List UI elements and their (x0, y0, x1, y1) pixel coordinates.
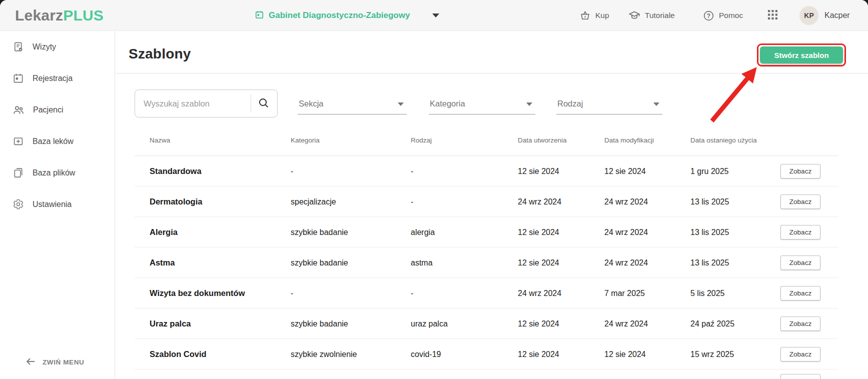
category-cell: szybkie zwolnienie (291, 339, 357, 370)
template-name-cell: Uraz palca (150, 308, 191, 339)
type-cell: uraz palca (411, 308, 448, 339)
app-logo: LekarzPLUS (15, 0, 104, 31)
template-name-cell: Alergia (150, 217, 178, 248)
user-menu[interactable]: KP Kacper (799, 0, 850, 31)
apps-grid-button[interactable] (767, 0, 778, 31)
column-header-data-ostatniego-uzycia: Data ostaniego użycia (690, 136, 757, 144)
template-name-cell: Astma (150, 248, 175, 278)
chevron-down-icon (653, 102, 659, 106)
office-selector-label: Gabinet Diagnostyczno-Zabiegowy (269, 10, 410, 20)
patients-icon (13, 104, 25, 116)
sidebar-item-label: Baza leków (33, 137, 74, 146)
collapse-menu-button[interactable]: ZWIŃ MENU (25, 356, 84, 368)
tutorials-button[interactable]: Tutoriale (628, 0, 675, 31)
modified-date-cell: 24 wrz 2024 (604, 248, 648, 278)
created-date-cell: 12 sie 2024 (518, 217, 559, 248)
table-header: Nazwa Kategoria Rodzaj Data utworzenia D… (135, 135, 838, 147)
type-cell: - (411, 156, 413, 186)
type-cell: - (411, 278, 413, 308)
created-date-cell: 12 sie 2024 (518, 248, 559, 278)
template-search (135, 90, 278, 118)
table-row: Alergiaszybkie badaniealergia12 sie 2024… (135, 217, 838, 248)
filter-sekcja[interactable]: Sekcja (298, 95, 407, 114)
search-button[interactable] (250, 90, 277, 117)
column-header-rodzaj: Rodzaj (411, 136, 432, 144)
template-name-cell: Szablon Covid (150, 339, 207, 370)
type-cell: - (411, 186, 413, 217)
tutorials-button-label: Tutoriale (645, 11, 675, 20)
apps-grid-icon (767, 10, 778, 22)
create-template-button[interactable]: Stwórz szablon (760, 46, 843, 64)
view-button[interactable]: Zobacz (780, 286, 820, 300)
category-cell: - (291, 156, 293, 186)
search-icon (258, 97, 270, 110)
sidebar-item-ustawienia[interactable]: Ustawienia (0, 188, 115, 220)
annotation-highlight-box: Stwórz szablon (757, 44, 846, 66)
page-title: Szablony (129, 45, 191, 63)
column-header-nazwa: Nazwa (150, 136, 170, 144)
collapse-menu-label: ZWIŃ MENU (43, 358, 84, 366)
last-used-date-cell: 13 lis 2025 (690, 217, 729, 248)
annotation-arrow (699, 60, 769, 128)
templates-table-body: Standardowa--12 sie 202412 sie 20241 gru… (135, 156, 838, 379)
user-name: Kacper (824, 11, 850, 20)
chevron-down-icon (526, 102, 532, 106)
view-button[interactable]: Zobacz (780, 347, 820, 362)
view-button[interactable]: Zobacz (780, 194, 820, 209)
view-button[interactable]: Zobacz (780, 374, 820, 379)
files-icon (13, 167, 24, 178)
table-row: Dermatologiaspecjalizacje-24 wrz 202424 … (135, 186, 838, 217)
avatar: KP (799, 6, 818, 25)
graduation-cap-icon (628, 10, 640, 22)
sidebar-item-rejestracja[interactable]: Rejestracja (0, 62, 115, 94)
created-date-cell: 12 sie 2024 (518, 339, 559, 370)
column-header-data-utworzenia: Data utworzenia (518, 136, 567, 144)
sidebar-item-baza-plikow[interactable]: Baza plików (0, 157, 115, 188)
sidebar-item-wizyty[interactable]: Wizyty (0, 31, 115, 62)
category-cell: szybkie badanie (291, 217, 348, 248)
filter-rodzaj-label: Rodzaj (557, 99, 583, 108)
filter-rodzaj[interactable]: Rodzaj (556, 95, 662, 114)
last-used-date-cell: 1 gru 2025 (690, 156, 729, 186)
view-button[interactable]: Zobacz (780, 164, 820, 178)
sidebar-item-label: Rejestracja (33, 74, 73, 83)
created-date-cell: 12 sie 2024 (518, 308, 559, 339)
template-name-cell: Dermatologia (150, 186, 202, 217)
logo-text-gray: Lekarz (15, 7, 63, 24)
modified-date-cell: 12 sie 2024 (604, 156, 646, 186)
category-cell: szybkie badanie (291, 248, 348, 278)
column-header-data-modyfikacji: Data modyfikacji (604, 136, 654, 144)
type-cell: astma (411, 248, 433, 278)
type-cell: covid-19 (411, 339, 441, 370)
category-cell: szybkie badanie (291, 308, 348, 339)
view-button[interactable]: Zobacz (780, 316, 820, 331)
sidebar-item-label: Ustawienia (33, 200, 72, 209)
sidebar-item-pacjenci[interactable]: Pacjenci (0, 94, 115, 126)
last-used-date-cell: 24 paź 2025 (690, 308, 734, 339)
template-name-cell: Wizyta bez dokumentów (150, 278, 245, 308)
last-used-date-cell: 13 lis 2025 (690, 186, 729, 217)
template-name-cell: Standardowa (150, 156, 202, 186)
office-selector[interactable]: Gabinet Diagnostyczno-Zabiegowy (255, 0, 439, 31)
basket-icon (579, 10, 591, 22)
sidebar-item-baza-lekow[interactable]: Baza leków (0, 126, 115, 157)
help-button-label: Pomoc (719, 11, 743, 20)
last-used-date-cell: 13 lis 2025 (690, 248, 729, 278)
gear-icon (13, 198, 24, 210)
created-date-cell: 24 wrz 2024 (518, 278, 561, 308)
modified-date-cell: 12 sie 2024 (604, 339, 646, 370)
clipboard-check-icon (13, 41, 24, 52)
chevron-down-icon (432, 14, 439, 18)
view-button[interactable]: Zobacz (780, 256, 820, 270)
help-button[interactable]: ? Pomoc (703, 0, 743, 31)
type-cell: alergia (411, 217, 435, 248)
search-input[interactable] (135, 90, 249, 117)
header-divider (116, 73, 868, 74)
table-row: Astmaszybkie badanieastma12 sie 202424 w… (135, 248, 838, 278)
view-button[interactable]: Zobacz (780, 225, 820, 240)
filter-kategoria[interactable]: Kategoria (429, 95, 535, 114)
table-row: Uraz palcaszybkie badanieuraz palca12 si… (135, 308, 838, 339)
column-header-kategoria: Kategoria (291, 136, 320, 144)
category-cell: specjalizacje (291, 186, 336, 217)
buy-button[interactable]: Kup (579, 0, 609, 31)
